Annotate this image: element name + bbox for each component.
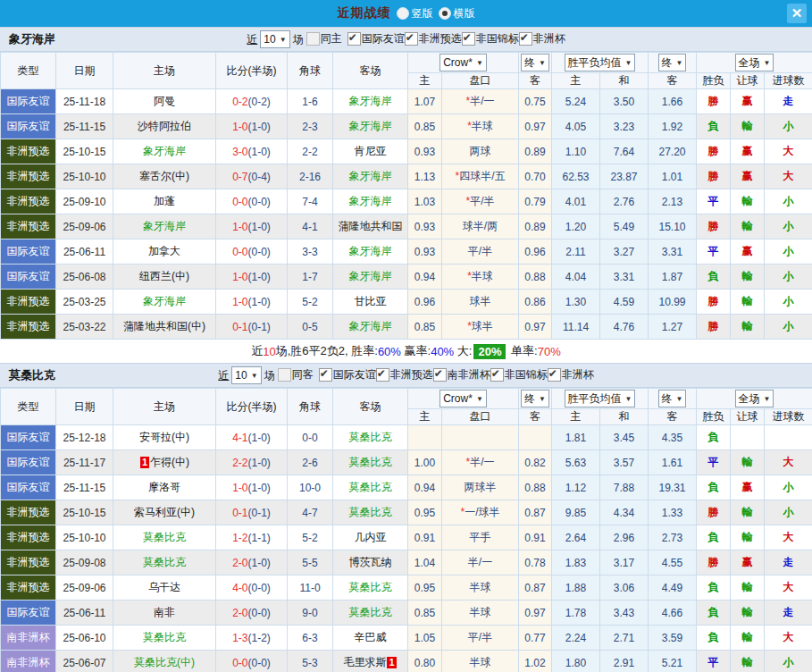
competition-checkbox[interactable]: 南非洲杯 [433,367,490,382]
away-odds-cell: 0.75 [519,89,552,114]
avg-away-cell: 1.87 [649,265,697,290]
home-odds-cell: 1.05 [408,626,442,651]
match-count-select[interactable]: 10 ▼ [260,30,289,48]
date-cell: 25-09-06 [56,214,113,239]
final-select-1[interactable]: 终▼ [521,54,549,71]
handicap-cell: 半/一 [442,550,519,575]
result-wdl-cell: 負 [697,265,731,290]
halftime-score: (0-2) [248,96,271,108]
competition-type-cell: 南非洲杯 [1,626,56,651]
odds-source-select[interactable]: Crow*▼ [439,390,487,407]
competition-checkbox[interactable]: 非国锦标 [462,31,519,46]
avg-home-cell: 1.30 [552,290,600,315]
result-wdl-cell: 勝 [697,500,731,525]
home-team-name-cell-content: 莫桑比克(中) [134,656,195,668]
away-team-name-cell-content: 几内亚 [355,531,387,543]
avg-away-cell: 5.21 [649,651,697,672]
col-wdl: 胜负 [697,73,731,89]
avg-odds-select[interactable]: 胜平负均值▼ [565,54,636,71]
home-team-cell: 莫桑比克 [113,626,216,651]
away-odds-cell: 0.77 [519,626,552,651]
competition-checkbox[interactable]: 非国锦标 [490,367,548,382]
summary-segment: 近 [251,343,263,359]
competition-type-cell: 非洲预选 [1,214,56,239]
fulltime-score: 1-0 [232,271,247,283]
radio-icon [397,7,409,20]
result-goals-cell: 小 [765,114,812,139]
date-cell: 25-09-06 [56,575,113,601]
away-team-name: 辛巴威 [355,631,387,643]
competition-checkbox[interactable]: 国际友谊 [319,367,376,382]
scope-select[interactable]: 全场▼ [735,390,774,407]
checkbox-icon [433,368,447,382]
summary-segment: 70% [538,345,561,358]
fulltime-score: 4-0 [232,582,247,594]
handicap-cell: 平/半 [442,626,519,651]
away-odds-cell: 0.79 [519,189,552,214]
competition-checkbox[interactable]: 非洲杯 [519,31,565,46]
competition-checkbox-label: 非洲预选 [390,367,433,382]
col-wdl: 胜负 [697,409,731,425]
result-wdl-cell: 負 [697,626,731,651]
competition-checkbox[interactable]: 非洲预选 [405,31,462,46]
result-goals-cell: 小 [765,214,812,239]
corner-cell: 11-0 [288,575,333,601]
handicap-cell: 平/半 [442,239,519,265]
competition-type-cell: 国际友谊 [1,425,56,450]
radio-horizontal-layout[interactable]: 横版 [439,6,475,21]
final-select-2[interactable]: 终▼ [658,390,687,407]
venue-checkbox[interactable]: 同主 [306,31,342,46]
odds-source-select[interactable]: Crow*▼ [439,54,487,71]
home-odds-cell: 0.85 [408,601,442,626]
match-count-select[interactable]: 10 ▼ [231,366,261,384]
radio-vertical-layout[interactable]: 竖版 [397,6,433,21]
final-select-1[interactable]: 终▼ [521,390,549,407]
halftime-score: (0-0) [248,246,271,258]
competition-checkbox[interactable]: 非洲杯 [548,367,594,382]
handicap-cell: 球半/两 [442,214,519,239]
col-away: 客场 [333,53,408,89]
avg-odds-select[interactable]: 胜平负均值▼ [565,390,636,407]
checkbox-icon [519,32,532,46]
date-cell: 25-10-15 [56,139,113,164]
home-team-name-cell-content: 1乍得(中) [139,456,189,468]
home-team-name: 纽西兰(中) [139,270,189,282]
home-odds-cell [408,425,442,450]
date-cell: 25-06-08 [56,265,113,290]
scope-select[interactable]: 全场▼ [735,54,774,71]
result-goals-cell: 小 [765,475,812,500]
close-icon[interactable]: ✕ [787,4,807,23]
summary-segment: 赢率: [401,343,431,359]
corner-cell: 4-1 [288,214,333,239]
venue-checkbox[interactable]: 同客 [278,367,314,382]
match-row: 国际友谊25-06-11加拿大0-0(0-0)3-3象牙海岸0.93平/半0.9… [1,239,812,265]
result-handicap-cell: 輸 [731,214,765,239]
result-goals-cell: 小 [765,315,812,340]
checkbox-icon [490,368,504,382]
home-team-name: 加拿大 [148,245,180,257]
result-goals-cell: 大 [765,139,812,164]
away-odds-cell: 0.89 [519,139,552,164]
date-cell: 25-11-15 [56,114,113,139]
final-select-2[interactable]: 终▼ [658,54,687,71]
home-odds-cell: 0.96 [408,290,442,315]
avg-home-cell: 4.01 [552,189,600,214]
away-team-cell: 肯尼亚 [333,139,408,164]
avg-draw-cell: 2.91 [600,651,649,672]
avg-draw-cell: 3.31 [600,265,649,290]
fulltime-score: 0-0 [232,246,247,258]
competition-checkbox[interactable]: 非洲预选 [376,367,433,382]
away-team-name: 象牙海岸 [349,270,392,282]
home-team-cell: 加拿大 [113,239,216,265]
avg-home-cell: 5.63 [552,450,600,475]
competition-checkbox[interactable]: 国际友谊 [347,31,405,46]
avg-away-cell: 1.66 [649,89,697,114]
result-wdl-cell: 平 [697,189,731,214]
result-goals-cell: 大 [765,626,812,651]
competition-checkbox-label: 国际友谊 [362,31,405,46]
competition-checkbox-label: 非国锦标 [476,31,519,46]
home-team-name-cell-content: 象牙海岸 [143,220,186,232]
halftime-score: (1-0) [248,482,271,494]
result-goals-cell: 走 [765,89,812,114]
corner-cell: 0-0 [288,425,333,450]
